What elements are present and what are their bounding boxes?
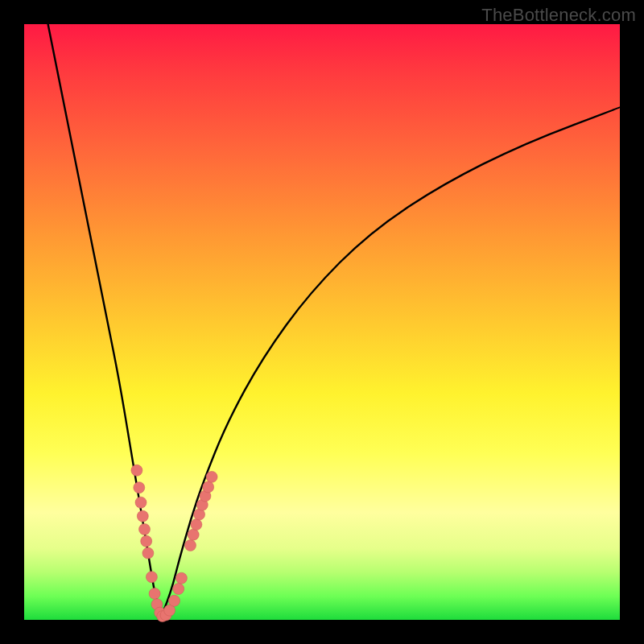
curve-marker bbox=[185, 540, 196, 551]
curve-marker bbox=[141, 535, 152, 547]
plot-area bbox=[24, 24, 620, 620]
curve-marker bbox=[191, 519, 202, 530]
curve-layer bbox=[24, 24, 620, 620]
curve-marker bbox=[131, 464, 142, 476]
curve-marker bbox=[139, 524, 151, 535]
curve-marker bbox=[203, 481, 214, 493]
marker-group bbox=[131, 464, 217, 621]
watermark-text: TheBottleneck.com bbox=[481, 5, 636, 26]
curve-marker bbox=[149, 588, 160, 599]
curve-marker bbox=[206, 471, 217, 482]
curve-marker bbox=[169, 595, 180, 606]
curve-marker bbox=[142, 547, 154, 559]
curve-marker bbox=[188, 529, 199, 540]
curve-marker bbox=[173, 584, 184, 595]
curve-marker bbox=[175, 572, 187, 584]
curve-marker bbox=[146, 572, 157, 583]
curve-marker bbox=[137, 510, 148, 522]
curve-marker bbox=[135, 497, 147, 508]
chart-frame: TheBottleneck.com bbox=[0, 0, 644, 644]
curve-marker bbox=[134, 482, 145, 493]
bottleneck-curve bbox=[48, 24, 620, 613]
